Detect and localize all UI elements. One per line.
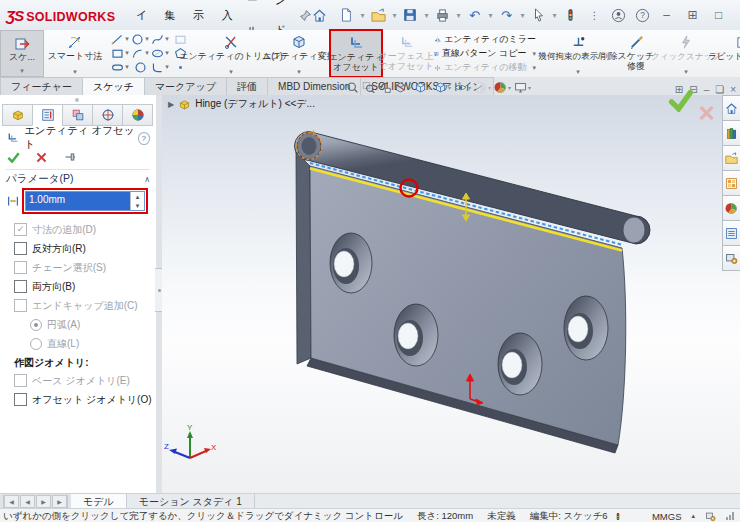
- close-button[interactable]: ×: [732, 4, 740, 26]
- file-explorer-icon[interactable]: [722, 146, 740, 171]
- redo-icon[interactable]: ↷: [496, 5, 518, 25]
- pm-help-icon[interactable]: ?: [138, 132, 150, 145]
- parameters-section-header[interactable]: パラメータ(P) ∧: [6, 172, 150, 186]
- minimize-button[interactable]: –: [654, 4, 680, 26]
- section-view-icon[interactable]: ▾: [394, 81, 411, 94]
- pin-menu-icon[interactable]: [299, 5, 312, 25]
- view-settings-icon[interactable]: ▾: [514, 81, 531, 94]
- display-style-icon[interactable]: ▾: [434, 81, 451, 94]
- save-icon[interactable]: [399, 5, 421, 25]
- custom-properties-icon[interactable]: [722, 221, 740, 246]
- checkbox-icon[interactable]: [14, 393, 27, 406]
- checkbox-icon: [14, 299, 27, 312]
- tab-feature-tree[interactable]: [2, 104, 33, 126]
- units-popup-arrow[interactable]: ▴: [691, 512, 695, 520]
- smart-dimension-button[interactable]: スマート寸法▾: [44, 30, 106, 77]
- sw-forum-icon[interactable]: [722, 246, 740, 271]
- apply-scene-icon[interactable]: ▾: [494, 81, 511, 94]
- offset-distance-spinner[interactable]: ▲▼: [130, 192, 144, 210]
- circle2-tool[interactable]: [130, 61, 150, 74]
- doc-close-icon[interactable]: ×: [730, 84, 736, 95]
- expand-arrow-icon[interactable]: ▶: [168, 100, 174, 109]
- view-orientation-icon[interactable]: ▾: [414, 81, 431, 94]
- rebuild-icon[interactable]: [560, 5, 582, 25]
- units-label[interactable]: MMGS: [652, 511, 682, 522]
- zoom-area-icon[interactable]: [362, 81, 375, 94]
- maximize-button[interactable]: □: [706, 4, 732, 26]
- slot-tool[interactable]: ▾: [110, 61, 130, 74]
- home-icon[interactable]: [312, 5, 327, 25]
- graphics-viewport[interactable]: Y X Z: [162, 95, 740, 493]
- manager-tabs: [2, 104, 154, 125]
- part-name[interactable]: Hinge (デフォルト) <<デ...: [195, 97, 315, 111]
- fillet-tool[interactable]: ▾: [150, 61, 170, 74]
- exit-sketch-button[interactable]: スケ...▾: [0, 30, 44, 77]
- prev-tab-button[interactable]: ◀: [20, 495, 35, 508]
- doc-minimize-icon[interactable]: –: [704, 84, 710, 95]
- tab-evaluate[interactable]: 評価: [226, 77, 268, 95]
- repair-sketch-button[interactable]: スケッチ 修復: [616, 30, 656, 77]
- print-icon[interactable]: [431, 5, 453, 25]
- select-cursor-icon[interactable]: [528, 5, 550, 25]
- linear-pattern-button[interactable]: 直線パターン コピー▾: [434, 47, 536, 60]
- offset-distance-input[interactable]: 1.00mm: [26, 192, 130, 210]
- circle-tool[interactable]: ▾: [130, 33, 150, 46]
- offset-entities-button[interactable]: エンティティ オフセット: [330, 30, 382, 77]
- motion-study-tab[interactable]: モーション スタディ 1: [127, 494, 255, 509]
- ellipse-tool[interactable]: ▾: [150, 47, 170, 60]
- new-document-icon[interactable]: [335, 5, 357, 25]
- window-panes-button[interactable]: ⊞: [680, 4, 706, 26]
- flyout-feature-tree[interactable]: ▶ Hinge (デフォルト) <<デ...: [168, 97, 315, 111]
- tab-property-manager[interactable]: [32, 104, 63, 126]
- doc-restore-icon[interactable]: ❏: [715, 84, 724, 95]
- tab-configuration-manager[interactable]: [62, 104, 93, 126]
- tab-display-manager[interactable]: [122, 104, 153, 126]
- user-login-icon[interactable]: [608, 5, 630, 25]
- checkbox-reverse[interactable]: 反対方向(R): [14, 241, 152, 256]
- tab-markup[interactable]: マークアップ: [144, 77, 227, 95]
- rapid-sketch-button[interactable]: ラピッドスケッチ: [716, 30, 740, 77]
- tab-features[interactable]: フィーチャー: [0, 77, 83, 95]
- previous-view-icon[interactable]: [378, 81, 391, 94]
- last-tab-button[interactable]: ▶: [52, 495, 68, 508]
- checkbox-icon[interactable]: [14, 280, 27, 293]
- more-commands-icon[interactable]: ⋮: [584, 5, 606, 25]
- design-library-icon[interactable]: [722, 121, 740, 146]
- arc-tool[interactable]: ▾: [130, 47, 150, 60]
- convert-entities-button[interactable]: エンティティ変換▾: [268, 30, 330, 77]
- collapse-chevron-icon[interactable]: ∧: [144, 175, 150, 184]
- sw-resources-home-icon[interactable]: [722, 95, 740, 121]
- tab-dimxpert-manager[interactable]: [92, 104, 123, 126]
- appearances-scenes-icon[interactable]: [722, 196, 740, 221]
- mirror-entities-button[interactable]: エンティティのミラー: [434, 33, 536, 46]
- hide-show-items-icon[interactable]: ▾: [454, 81, 471, 94]
- checkbox-bidirectional[interactable]: 両方向(B): [14, 279, 152, 294]
- constraints-icon: [571, 33, 586, 51]
- model-tab[interactable]: モデル: [71, 494, 127, 509]
- undo-icon[interactable]: ↶: [463, 5, 485, 25]
- plate-left-face: [296, 152, 311, 364]
- zoom-fit-icon[interactable]: [346, 81, 359, 94]
- ok-check-icon[interactable]: [6, 150, 21, 165]
- keep-visible-pin-icon[interactable]: [62, 150, 76, 164]
- pm-action-row: [6, 148, 150, 170]
- view-palette-icon[interactable]: [722, 171, 740, 196]
- confirm-cancel-x[interactable]: [698, 105, 715, 123]
- line-tool[interactable]: ▾: [110, 33, 130, 46]
- confirm-ok-check[interactable]: [668, 90, 694, 114]
- tag-icon[interactable]: [705, 511, 716, 522]
- point-tool[interactable]: [170, 61, 190, 74]
- open-icon[interactable]: [367, 5, 389, 25]
- help-icon[interactable]: [632, 5, 654, 25]
- tab-sketch[interactable]: スケッチ: [82, 77, 145, 95]
- rectangle-tool[interactable]: ▾: [110, 47, 130, 60]
- display-constraints-button[interactable]: 幾何拘束の表示/削除▾: [540, 30, 616, 77]
- first-tab-button[interactable]: ◀: [3, 495, 19, 508]
- trim-entities-button[interactable]: エンティティのトリム(T)▾: [194, 30, 268, 77]
- spline-tool[interactable]: ▾: [150, 33, 170, 46]
- panel-grip[interactable]: [70, 98, 84, 102]
- next-tab-button[interactable]: ▶: [36, 495, 51, 508]
- cancel-x-icon[interactable]: [35, 151, 48, 164]
- checkbox-offset-geometry[interactable]: オフセット ジオメトリ(O): [14, 392, 152, 407]
- checkbox-icon[interactable]: [14, 242, 27, 255]
